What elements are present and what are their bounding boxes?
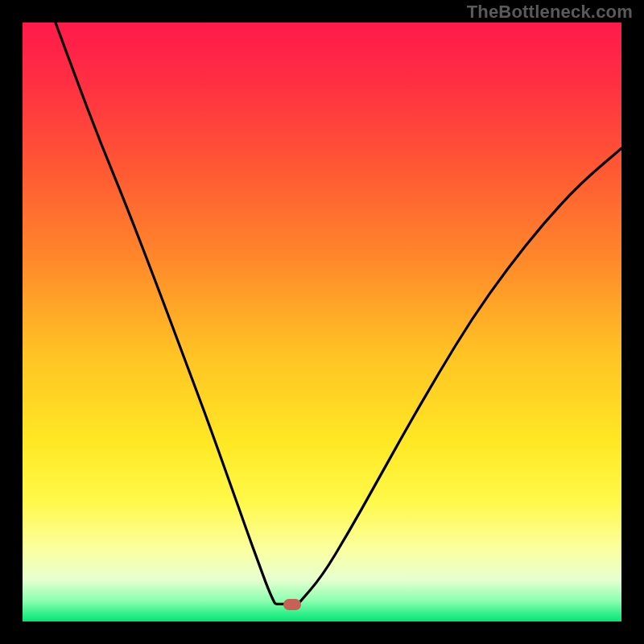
plot-area	[23, 23, 621, 621]
gradient-background	[23, 23, 621, 621]
chart-frame: TheBottleneck.com	[0, 0, 644, 644]
watermark-text: TheBottleneck.com	[467, 2, 633, 23]
minimum-marker	[283, 599, 301, 610]
plot-svg	[23, 23, 621, 621]
